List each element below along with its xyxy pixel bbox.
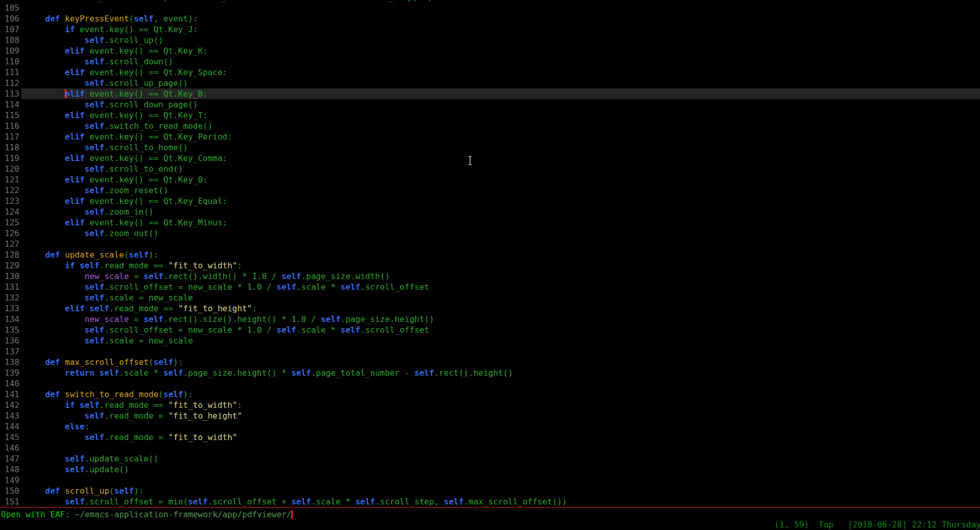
- code-line[interactable]: 141 def switch_to_read_mode(self):: [0, 389, 980, 400]
- code-line[interactable]: 117 elif event.key() == Qt.Key_Period:: [0, 131, 980, 142]
- code-line[interactable]: 130 new_scale = self.rect().width() * 1.…: [0, 271, 980, 282]
- code-line[interactable]: 140: [0, 378, 980, 389]
- line-number: 106: [5, 13, 19, 24]
- line-number: 138: [5, 357, 19, 367]
- line-number: 109: [5, 45, 19, 56]
- code-text: self.scale = new_scale: [26, 335, 193, 346]
- emacs-window: { "theme": { "background": "#000000", "d…: [0, 0, 980, 530]
- line-number: 115: [5, 110, 19, 121]
- code-text: self.zoom_reset(): [26, 185, 168, 196]
- code-line[interactable]: 127: [0, 239, 980, 249]
- code-text: self.scroll_offset = new_scale * 1.0 / s…: [26, 325, 429, 335]
- code-text: self.scroll_up_page(): [26, 78, 188, 88]
- line-number: 149: [5, 475, 19, 486]
- minibuffer-input[interactable]: ~/emacs-application-framework/app/pdfvie…: [75, 510, 292, 519]
- code-line[interactable]: 133 elif self.read_mode == "fit_to_heigh…: [0, 303, 980, 314]
- code-line[interactable]: 148 self.update(): [0, 464, 980, 475]
- code-line[interactable]: 119 elif event.key() == Qt.Key_Comma:: [0, 153, 980, 164]
- code-buffer[interactable]: self.scroll_offset = max(self.scroll_off…: [0, 3, 980, 507]
- code-line[interactable]: 135 self.scroll_offset = new_scale * 1.0…: [0, 325, 980, 335]
- code-line[interactable]: 107 if event.key() == Qt.Key_J:: [0, 24, 980, 35]
- line-number: 146: [5, 443, 19, 453]
- tray-cursor-position: (1, 59): [775, 520, 809, 529]
- code-text: elif event.key() == Qt.Key_K:: [26, 45, 207, 56]
- line-number: 125: [5, 217, 19, 228]
- line-number: 140: [5, 378, 19, 389]
- code-line[interactable]: 112 self.scroll_up_page(): [0, 78, 980, 88]
- code-line[interactable]: 129 if self.read_mode == "fit_to_width":: [0, 260, 980, 271]
- line-number: 139: [5, 367, 19, 378]
- tray-buffer-position: Top: [819, 520, 833, 529]
- code-line[interactable]: 138 def max_scroll_offset(self):: [0, 357, 980, 367]
- code-line[interactable]: 145 self.read_mode = "fit_to_width": [0, 432, 980, 443]
- code-line[interactable]: 121 elif event.key() == Qt.Key_0:: [0, 174, 980, 185]
- line-number: 136: [5, 335, 19, 346]
- code-line[interactable]: 136 self.scale = new_scale: [0, 335, 980, 346]
- tray-time: 22:12: [912, 520, 937, 529]
- code-line[interactable]: 147 self.update_scale(): [0, 453, 980, 464]
- code-line[interactable]: 149: [0, 475, 980, 486]
- line-number: 108: [5, 35, 19, 45]
- code-line[interactable]: 151 self.scroll_offset = min(self.scroll…: [0, 496, 980, 507]
- code-line[interactable]: 111 elif event.key() == Qt.Key_Space:: [0, 67, 980, 78]
- code-text: elif event.key() == Qt.Key_Equal:: [26, 196, 227, 206]
- code-text: elif event.key() == Qt.Key_0:: [26, 174, 207, 185]
- code-line[interactable]: 105: [0, 3, 980, 13]
- code-line[interactable]: 146: [0, 443, 980, 453]
- minibuffer-cursor: [291, 510, 293, 519]
- code-line[interactable]: 123 elif event.key() == Qt.Key_Equal:: [0, 196, 980, 206]
- code-line[interactable]: 114 self.scroll_down_page(): [0, 99, 980, 110]
- code-text: self.scroll_down_page(): [26, 99, 198, 110]
- code-text: self.scroll_to_end(): [26, 164, 183, 174]
- line-number: 141: [5, 389, 19, 400]
- line-number: 122: [5, 185, 19, 196]
- code-line[interactable]: 120 self.scroll_to_end(): [0, 164, 980, 174]
- code-line[interactable]: 137: [0, 346, 980, 357]
- code-line[interactable]: 116 self.switch_to_read_mode(): [0, 121, 980, 131]
- line-number: 134: [5, 314, 19, 325]
- line-number: 112: [5, 78, 19, 88]
- line-number: 129: [5, 260, 19, 271]
- code-line[interactable]: 131 self.scroll_offset = new_scale * 1.0…: [0, 282, 980, 292]
- code-text: self.update(): [26, 464, 129, 475]
- code-text: elif self.read_mode == "fit_to_height":: [26, 303, 257, 314]
- code-line[interactable]: 143 self.read_mode = "fit_to_height": [0, 410, 980, 421]
- code-line[interactable]: 124 self.zoom_in(): [0, 206, 980, 217]
- line-number: 105: [5, 3, 19, 13]
- code-line[interactable]: 118 self.scroll_to_home(): [0, 142, 980, 153]
- code-line[interactable]: 144 else:: [0, 421, 980, 432]
- minibuffer[interactable]: Open with EAF: ~/emacs-application-frame…: [1, 509, 293, 520]
- code-line[interactable]: 108 self.scroll_up(): [0, 35, 980, 45]
- code-text: return self.scale * self.page_size.heigh…: [26, 367, 513, 378]
- code-line[interactable]: 142 if self.read_mode == "fit_to_width":: [0, 400, 980, 410]
- code-line[interactable]: 139 return self.scale * self.page_size.h…: [0, 367, 980, 378]
- code-text: self.read_mode = "fit_to_height": [26, 410, 242, 421]
- minibuffer-prompt: Open with EAF:: [1, 510, 75, 519]
- code-line[interactable]: 115 elif event.key() == Qt.Key_T:: [0, 110, 980, 121]
- code-text: if self.read_mode == "fit_to_width":: [26, 260, 242, 271]
- code-text: def scroll_up(self):: [26, 486, 144, 496]
- code-line[interactable]: 109 elif event.key() == Qt.Key_K:: [0, 45, 980, 56]
- line-number: 130: [5, 271, 19, 282]
- code-line[interactable]: 132 self.scale = new_scale: [0, 292, 980, 303]
- line-number: 111: [5, 67, 19, 78]
- code-line[interactable]: 122 self.zoom_reset(): [0, 185, 980, 196]
- code-line[interactable]: 125 elif event.key() == Qt.Key_Minus:: [0, 217, 980, 228]
- code-text: new_scale = self.rect().size().height() …: [26, 314, 434, 325]
- line-number: 118: [5, 142, 19, 153]
- line-number: 133: [5, 303, 19, 314]
- code-line[interactable]: 126 self.zoom_out(): [0, 228, 980, 239]
- line-number: 107: [5, 24, 19, 35]
- code-line[interactable]: 134 new_scale = self.rect().size().heigh…: [0, 314, 980, 325]
- line-number: 131: [5, 282, 19, 292]
- line-number: 143: [5, 410, 19, 421]
- code-line[interactable]: 110 self.scroll_down(): [0, 56, 980, 67]
- code-line[interactable]: 106 def keyPressEvent(self, event):: [0, 13, 980, 24]
- code-line[interactable]: 128 def update_scale(self):: [0, 249, 980, 260]
- code-line[interactable]: 113 elif event.key() == Qt.Key_B:: [0, 88, 980, 99]
- code-line[interactable]: 150 def scroll_up(self):: [0, 486, 980, 496]
- code-text: self.scroll_to_home(): [26, 142, 188, 153]
- ibeam-mouse-cursor: [468, 156, 473, 165]
- code-text: self.update_scale(): [26, 453, 158, 464]
- line-number: 124: [5, 206, 19, 217]
